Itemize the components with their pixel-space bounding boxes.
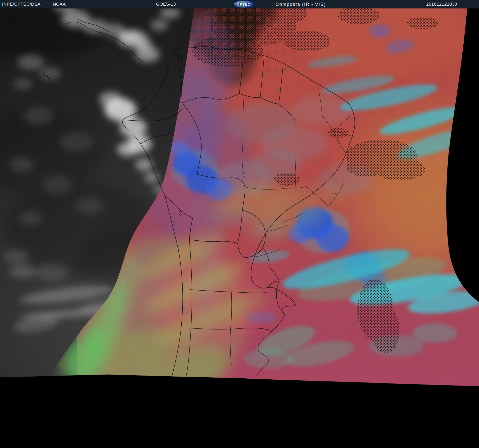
satellite-image (0, 8, 479, 448)
cptec-logo: CPTEC (233, 0, 255, 8)
satellite-product-screen: INPE/CPTEC/DSA NOAA GOES-13 CPTEC Compos… (0, 0, 479, 448)
product-label: Composta (IR - VIS) (276, 2, 326, 7)
cptec-logo-text: CPTEC (237, 2, 250, 6)
header-bar: INPE/CPTEC/DSA NOAA GOES-13 CPTEC Compos… (0, 0, 479, 8)
timestamp-label: 201612121030 (426, 2, 457, 7)
noaa-label: NOAA (53, 2, 66, 7)
agency-label: INPE/CPTEC/DSA (2, 2, 40, 7)
satellite-label: GOES-13 (156, 2, 176, 7)
